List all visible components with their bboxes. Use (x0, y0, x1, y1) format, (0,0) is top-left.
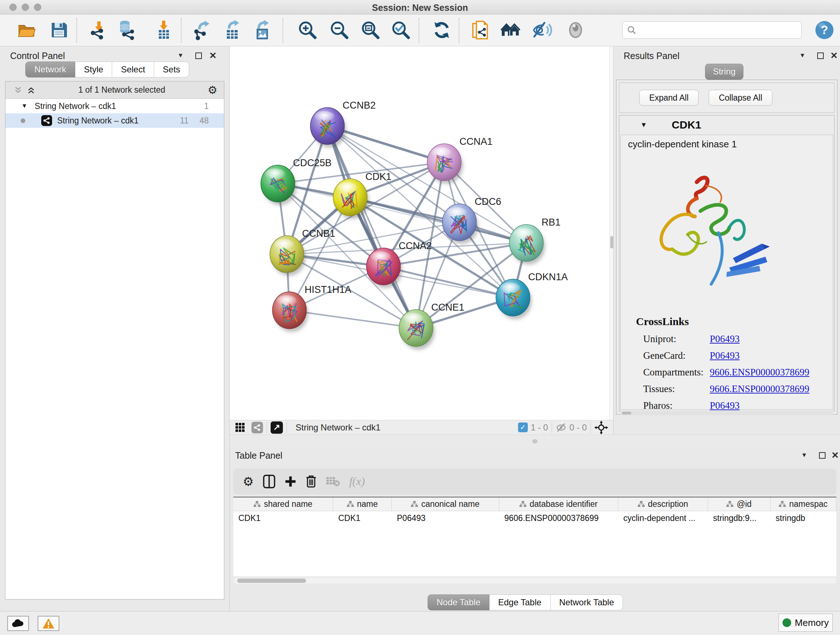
section-scroll-thumb[interactable] (622, 412, 631, 415)
zoom-selected-icon[interactable] (390, 19, 411, 41)
expand-all-button[interactable]: Expand All (639, 90, 699, 106)
close-panel-icon[interactable]: ✕ (831, 450, 839, 461)
section-scrollbar[interactable] (621, 411, 833, 415)
tab-network-table[interactable]: Network Table (551, 594, 623, 610)
control-panel-title: Control Panel (10, 51, 65, 61)
column-header-canonical-name[interactable]: canonical name (392, 497, 499, 511)
edge-HIST1H1A-CCNE1[interactable] (289, 310, 416, 328)
network-node-RB1[interactable] (509, 225, 545, 264)
table-cell[interactable]: cyclin-dependent ... (618, 511, 708, 525)
tab-network[interactable]: Network (25, 62, 75, 78)
column-header--id[interactable]: @id (708, 497, 771, 511)
column-header-shared-name[interactable]: shared name (233, 497, 333, 511)
crosslink-link[interactable]: 9606.ENSP00000378699 (710, 383, 809, 394)
search-input[interactable] (636, 25, 801, 35)
canvas-vertical-scrollbar[interactable] (609, 46, 613, 420)
import-network-database-icon[interactable] (117, 19, 137, 41)
delete-column-icon[interactable] (306, 475, 317, 488)
memory-button[interactable]: Memory (778, 614, 833, 632)
zoom-in-icon[interactable] (297, 19, 317, 41)
table-cell[interactable]: stringdb (771, 511, 836, 525)
column-header-name[interactable]: name (333, 497, 392, 511)
network-node-CCNA1[interactable] (427, 144, 463, 184)
float-panel-icon[interactable] (819, 452, 826, 459)
tab-style[interactable]: Style (75, 62, 112, 78)
table-cell[interactable]: CDK1 (233, 511, 333, 525)
network-node-CCNB2[interactable] (310, 108, 346, 148)
column-header-namespac[interactable]: namespac (771, 497, 836, 511)
add-column-icon[interactable] (285, 476, 296, 487)
crosslink-link[interactable]: 9606.ENSP00000378699 (710, 367, 809, 378)
float-panel-icon[interactable] (817, 52, 824, 59)
crosslink-link[interactable]: P06493 (710, 400, 740, 411)
table-options-gear-icon[interactable]: ⚙ (243, 474, 254, 489)
network-collection-row[interactable]: ▼ String Network – cdk1 1 (5, 99, 224, 113)
close-panel-icon[interactable]: ✕ (830, 50, 838, 61)
collapse-panel-icon[interactable]: ▾ (801, 51, 804, 59)
import-table-file-icon[interactable] (153, 19, 174, 41)
warning-button[interactable] (38, 616, 59, 631)
birds-eye-view-icon[interactable] (594, 421, 608, 434)
home-pages-icon[interactable] (500, 19, 521, 41)
selected-checkbox-icon[interactable]: ✓ (518, 423, 528, 432)
splitter-handle[interactable] (532, 439, 538, 443)
import-network-file-icon[interactable] (88, 19, 109, 41)
tab-edge-table[interactable]: Edge Table (489, 594, 551, 610)
tab-string[interactable]: String (705, 64, 744, 80)
tab-select[interactable]: Select (112, 62, 154, 78)
table-row[interactable]: CDK1CDK1P064939606.ENSP00000378699cyclin… (233, 511, 836, 525)
toolbar-separator (418, 18, 419, 43)
cloud-button[interactable] (7, 616, 29, 631)
share-document-icon[interactable] (470, 19, 491, 41)
network-options-gear-icon[interactable]: ⚙ (208, 84, 218, 96)
export-table-icon[interactable] (222, 19, 243, 41)
network-item-row[interactable]: String Network – cdk1 11 48 (5, 113, 224, 128)
table-cell[interactable]: CDK1 (333, 511, 392, 525)
table-cell[interactable]: stringdb:9... (708, 511, 771, 525)
column-header-description[interactable]: description (618, 497, 708, 511)
table-scroll-thumb[interactable] (237, 578, 306, 583)
refresh-icon[interactable] (431, 19, 452, 41)
network-node-CDC25B[interactable] (261, 165, 297, 205)
column-header-database-identifier[interactable]: database identifier (499, 497, 618, 511)
tab-node-table[interactable]: Node Table (428, 594, 489, 610)
network-canvas[interactable]: CCNB2CCNA1CDC25BCDK1CDC6RB1CCNB1CCNA2CDK… (230, 46, 609, 420)
canvas-scroll-thumb[interactable] (610, 236, 613, 249)
table-cell[interactable]: P06493 (392, 511, 499, 525)
export-image-icon[interactable] (253, 19, 273, 41)
crosslink-link[interactable]: P06493 (710, 333, 740, 345)
toolbar-search[interactable] (622, 21, 802, 39)
show-columns-icon[interactable] (263, 475, 275, 488)
zoom-out-icon[interactable] (328, 19, 349, 41)
help-icon[interactable]: ? (814, 19, 835, 41)
hide-selected-icon[interactable] (532, 19, 553, 41)
float-panel-icon[interactable] (195, 52, 202, 59)
collapse-all-button[interactable]: Collapse All (709, 90, 772, 106)
node-table[interactable]: shared namenamecanonical namedatabase id… (233, 497, 836, 576)
collection-caret-icon[interactable]: ▼ (21, 103, 27, 110)
collapse-panel-icon[interactable]: ▾ (802, 450, 806, 459)
collapse-panel-icon[interactable]: ▾ (179, 51, 182, 59)
zoom-fit-icon[interactable] (360, 19, 381, 41)
crosslink-link[interactable]: P06493 (710, 350, 740, 361)
cdk1-section-header[interactable]: ▼ CDK1 (619, 116, 834, 134)
collapse-all-icon[interactable] (13, 86, 23, 95)
export-network-icon[interactable] (192, 19, 213, 41)
table-horizontal-scrollbar[interactable] (233, 578, 836, 584)
section-caret-icon[interactable]: ▼ (640, 121, 647, 129)
network-view-mode-icon[interactable] (251, 422, 263, 433)
detach-view-icon[interactable]: ↗ (271, 421, 283, 434)
grid-mode-icon[interactable] (235, 423, 245, 432)
tab-sets[interactable]: Sets (154, 62, 189, 78)
open-session-icon[interactable] (16, 19, 37, 41)
expand-all-icon[interactable] (27, 86, 36, 95)
edge-CCNB2-CCNE1[interactable] (327, 126, 416, 328)
network-node-CCNE1[interactable] (399, 310, 435, 350)
network-node-CDKN1A[interactable] (496, 279, 532, 319)
table-cell[interactable]: 9606.ENSP00000378699 (499, 511, 618, 525)
close-panel-icon[interactable]: ✕ (209, 50, 217, 61)
network-node-HIST1H1A[interactable] (272, 292, 308, 332)
save-session-icon[interactable] (49, 19, 69, 41)
network-node-CDK1[interactable] (333, 179, 369, 219)
horizontal-splitter[interactable] (230, 434, 840, 448)
